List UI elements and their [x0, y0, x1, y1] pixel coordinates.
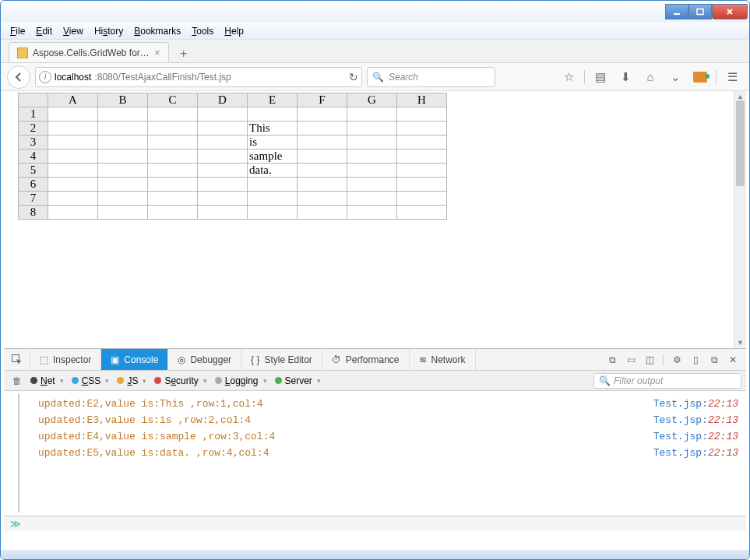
cell-D2[interactable]	[198, 122, 248, 136]
tab-debugger[interactable]: ◎Debugger	[168, 349, 241, 370]
cell-C4[interactable]	[148, 150, 198, 164]
cell-F8[interactable]	[298, 206, 347, 220]
pocket-icon[interactable]: ⌄	[664, 67, 686, 87]
search-bar[interactable]: 🔍 Search	[367, 67, 495, 87]
cell-H8[interactable]	[397, 206, 447, 220]
cell-E7[interactable]	[248, 192, 298, 206]
cell-B7[interactable]	[98, 192, 148, 206]
cell-B1[interactable]	[98, 107, 148, 122]
cell-B6[interactable]	[98, 178, 148, 192]
cell-H6[interactable]	[397, 178, 447, 192]
column-header-a[interactable]: A	[48, 93, 98, 107]
cell-C1[interactable]	[148, 107, 198, 122]
cell-H4[interactable]	[397, 150, 447, 164]
cell-A5[interactable]	[48, 164, 98, 178]
cell-G6[interactable]	[347, 178, 397, 192]
filter-css[interactable]: CSS▾	[69, 375, 113, 386]
console-log-row[interactable]: updated:E4,value is:sample ,row:3,col:4T…	[12, 428, 738, 445]
console-log-row[interactable]: updated:E5,value is:data. ,row:4,col:4Te…	[12, 445, 738, 461]
cell-E1[interactable]	[248, 107, 298, 122]
cell-H3[interactable]	[397, 136, 447, 150]
cell-A8[interactable]	[48, 206, 98, 220]
tab-inspector[interactable]: ⬚Inspector	[30, 349, 101, 370]
tab-style-editor[interactable]: { }Style Editor	[241, 349, 322, 370]
cell-B5[interactable]	[98, 164, 148, 178]
cell-E3[interactable]: is	[248, 136, 298, 150]
window-close-button[interactable]	[712, 4, 748, 19]
cell-A1[interactable]	[48, 107, 98, 122]
dock-side-icon[interactable]: ◫	[641, 351, 658, 368]
cell-E4[interactable]: sample	[248, 150, 298, 164]
row-header-7[interactable]: 7	[19, 192, 48, 206]
site-info-icon[interactable]: i	[39, 71, 51, 83]
cell-D6[interactable]	[198, 178, 248, 192]
row-header-8[interactable]: 8	[19, 206, 48, 220]
cell-A3[interactable]	[48, 136, 98, 150]
cell-C8[interactable]	[148, 206, 198, 220]
cell-G3[interactable]	[347, 136, 397, 150]
cell-E6[interactable]	[248, 178, 298, 192]
log-source[interactable]: Test.jsp:22:13	[653, 398, 738, 410]
bookmark-star-icon[interactable]: ☆	[558, 67, 579, 87]
responsive-mode-icon[interactable]: ⧉	[604, 351, 621, 368]
filter-net[interactable]: Net▾	[27, 375, 67, 386]
row-header-4[interactable]: 4	[19, 150, 48, 164]
row-header-3[interactable]: 3	[19, 136, 48, 150]
menu-bookmarks[interactable]: Bookmarks	[129, 24, 185, 38]
cell-B4[interactable]	[98, 150, 148, 164]
column-header-e[interactable]: E	[248, 93, 298, 107]
menu-view[interactable]: View	[58, 24, 88, 38]
cell-A7[interactable]	[48, 192, 98, 206]
reload-icon[interactable]: ↻	[349, 71, 358, 83]
menu-file[interactable]: File	[5, 24, 30, 38]
cell-H7[interactable]	[397, 192, 447, 206]
cell-H1[interactable]	[397, 107, 447, 122]
filter-server[interactable]: Server▾	[272, 375, 324, 386]
cell-D4[interactable]	[198, 150, 248, 164]
console-log-area[interactable]: updated:E2,value is:This ,row:1,col:4Tes…	[4, 391, 746, 516]
cell-E8[interactable]	[248, 206, 298, 220]
cell-E2[interactable]: This	[248, 122, 298, 136]
cell-D5[interactable]	[198, 164, 248, 178]
cell-A6[interactable]	[48, 178, 98, 192]
cell-B8[interactable]	[98, 206, 148, 220]
dock-bottom-icon[interactable]: ▯	[687, 351, 704, 368]
row-header-6[interactable]: 6	[19, 178, 48, 192]
window-minimize-button[interactable]	[665, 4, 688, 19]
cell-C7[interactable]	[148, 192, 198, 206]
column-header-h[interactable]: H	[397, 93, 447, 107]
row-header-5[interactable]: 5	[19, 164, 48, 178]
cell-G1[interactable]	[347, 107, 397, 122]
downloads-icon[interactable]: ⬇	[614, 67, 636, 87]
column-header-d[interactable]: D	[198, 93, 248, 107]
cell-G2[interactable]	[347, 122, 397, 136]
grid-corner[interactable]	[19, 93, 48, 107]
tab-performance[interactable]: ⏱Performance	[322, 349, 410, 370]
cell-H5[interactable]	[397, 164, 447, 178]
cell-C5[interactable]	[148, 164, 198, 178]
new-tab-button[interactable]: +	[175, 45, 192, 62]
cell-B2[interactable]	[98, 122, 148, 136]
log-source[interactable]: Test.jsp:22:13	[653, 414, 738, 426]
cell-E5[interactable]: data.	[248, 164, 298, 178]
tab-console[interactable]: ▣Console	[101, 349, 168, 370]
tab-network[interactable]: ≋Network	[410, 349, 476, 370]
window-maximize-button[interactable]	[688, 4, 712, 19]
tab-close-icon[interactable]: ×	[154, 47, 160, 58]
cell-A4[interactable]	[48, 150, 98, 164]
console-log-row[interactable]: updated:E3,value is:is ,row:2,col:4Test.…	[12, 412, 738, 428]
cell-D3[interactable]	[198, 136, 248, 150]
column-header-c[interactable]: C	[148, 93, 198, 107]
devtools-settings-icon[interactable]: ⚙	[668, 351, 685, 368]
menu-edit[interactable]: Edit	[31, 24, 57, 38]
reader-view-icon[interactable]: ▤	[590, 67, 611, 87]
menu-tools[interactable]: Tools	[187, 24, 218, 38]
cell-F3[interactable]	[298, 136, 347, 150]
filter-js[interactable]: JS▾	[114, 375, 150, 386]
column-header-f[interactable]: F	[298, 93, 347, 107]
log-source[interactable]: Test.jsp:22:13	[653, 431, 738, 442]
split-console-icon[interactable]: ▭	[622, 351, 639, 368]
spreadsheet-grid[interactable]: ABCDEFGH12This3is4sample5data.678	[18, 93, 447, 220]
cell-F7[interactable]	[298, 192, 347, 206]
cell-D8[interactable]	[198, 206, 248, 220]
